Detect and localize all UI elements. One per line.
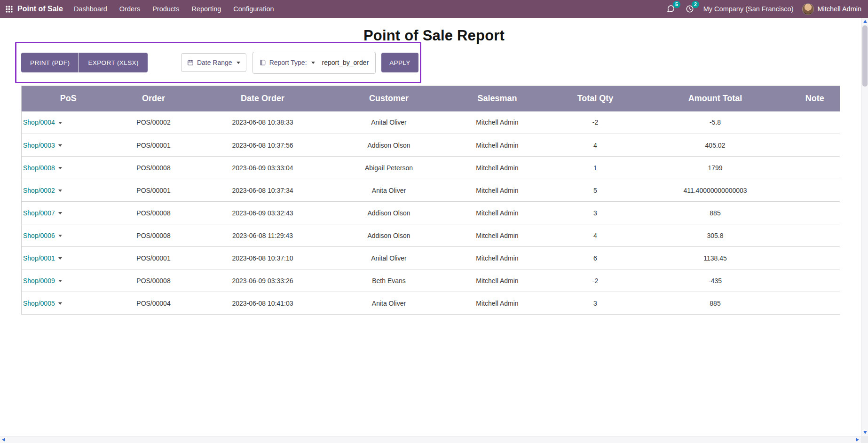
- order-cell: POS/00008: [115, 224, 192, 247]
- amount-total-cell: -435: [641, 269, 790, 292]
- pos-dropdown-caret-icon[interactable]: [58, 144, 62, 147]
- pos-dropdown-caret-icon[interactable]: [58, 167, 62, 169]
- order-cell: POS/00008: [115, 202, 192, 224]
- scroll-down-button[interactable]: [861, 429, 868, 436]
- pos-dropdown-caret-icon[interactable]: [58, 212, 62, 214]
- amount-total-cell: 1799: [641, 157, 790, 179]
- pos-shop-link[interactable]: Shop/0001: [23, 254, 55, 262]
- scrollbar-corner: [861, 436, 868, 443]
- pos-shop-link[interactable]: Shop/0004: [23, 119, 55, 126]
- amount-total-cell: 405.02: [641, 134, 790, 157]
- order-cell: POS/00004: [115, 292, 192, 315]
- apply-button[interactable]: APPLY: [381, 53, 418, 72]
- note-cell: [790, 134, 840, 157]
- salesman-cell: Mitchell Admin: [445, 179, 550, 202]
- export-xlsx-button[interactable]: EXPORT (XLSX): [79, 53, 148, 72]
- pos-dropdown-caret-icon[interactable]: [58, 302, 62, 305]
- report-type-dropdown[interactable]: Report Type: report_by_order: [253, 52, 376, 74]
- messages-button[interactable]: 5: [665, 4, 676, 14]
- nav-item-dashboard[interactable]: Dashboard: [68, 0, 113, 18]
- amount-total-cell: 1138.45: [641, 247, 790, 269]
- pos-dropdown-caret-icon[interactable]: [58, 122, 62, 124]
- pos-dropdown-caret-icon[interactable]: [58, 280, 62, 282]
- app-brand[interactable]: Point of Sale: [16, 5, 68, 13]
- activities-badge: 2: [692, 1, 699, 8]
- table-row: Shop/0005 POS/00004 2023-06-08 10:41:03 …: [22, 292, 840, 315]
- nav-item-orders[interactable]: Orders: [113, 0, 146, 18]
- pos-shop-link[interactable]: Shop/0003: [23, 142, 55, 149]
- nav-item-configuration[interactable]: Configuration: [227, 0, 280, 18]
- amount-total-cell: 885: [641, 202, 790, 224]
- total-qty-cell: 4: [550, 134, 641, 157]
- pos-shop-link[interactable]: Shop/0006: [23, 232, 55, 239]
- note-cell: [790, 224, 840, 247]
- pos-dropdown-caret-icon[interactable]: [58, 235, 62, 237]
- customer-cell: Anital Oliver: [333, 111, 445, 134]
- scroll-right-arrow-icon: [856, 438, 859, 442]
- salesman-cell: Mitchell Admin: [445, 157, 550, 179]
- table-row: Shop/0004 POS/00002 2023-06-08 10:38:33 …: [22, 111, 840, 134]
- scroll-left-arrow-icon: [2, 438, 5, 442]
- report-type-value: report_by_order: [322, 59, 369, 66]
- date-range-label: Date Range: [197, 59, 232, 66]
- table-row: Shop/0001 POS/00001 2023-06-08 10:37:10 …: [22, 247, 840, 269]
- col-header-order: Order: [115, 86, 192, 111]
- pos-shop-link[interactable]: Shop/0009: [23, 277, 55, 285]
- nav-item-reporting[interactable]: Reporting: [185, 0, 227, 18]
- pos-shop-link[interactable]: Shop/0007: [23, 209, 55, 217]
- report-table: PoS Order Date Order Customer Salesman T…: [21, 86, 840, 315]
- horizontal-scrollbar[interactable]: [0, 436, 861, 443]
- user-menu[interactable]: Mitchell Admin: [802, 3, 861, 15]
- user-avatar: [802, 3, 814, 15]
- customer-cell: Addison Olson: [333, 224, 445, 247]
- order-cell: POS/00008: [115, 269, 192, 292]
- calendar-icon: [187, 59, 194, 66]
- date-order-cell: 2023-06-08 10:37:34: [192, 179, 333, 202]
- salesman-cell: Mitchell Admin: [445, 111, 550, 134]
- table-row: Shop/0008 POS/00008 2023-06-09 03:33:04 …: [22, 157, 840, 179]
- scroll-up-arrow-icon: [863, 20, 867, 23]
- col-header-pos: PoS: [22, 86, 115, 111]
- apps-menu-button[interactable]: [5, 6, 16, 13]
- col-header-total-qty: Total Qty: [550, 86, 641, 111]
- pos-shop-link[interactable]: Shop/0008: [23, 164, 55, 172]
- customer-cell: Abigail Peterson: [333, 157, 445, 179]
- export-button-group: PRINT (PDF) EXPORT (XLSX): [21, 53, 148, 72]
- report-table-body: Shop/0004 POS/00002 2023-06-08 10:38:33 …: [22, 111, 840, 315]
- date-order-cell: 2023-06-08 10:37:56: [192, 134, 333, 157]
- scroll-right-button[interactable]: [854, 436, 861, 443]
- date-range-dropdown[interactable]: Date Range: [181, 53, 246, 72]
- pos-shop-link[interactable]: Shop/0005: [23, 300, 55, 307]
- vertical-scrollbar[interactable]: [861, 18, 868, 436]
- customer-cell: Anital Oliver: [333, 247, 445, 269]
- order-cell: POS/00001: [115, 134, 192, 157]
- date-order-cell: 2023-06-09 03:33:26: [192, 269, 333, 292]
- print-pdf-button[interactable]: PRINT (PDF): [21, 53, 79, 72]
- total-qty-cell: -2: [550, 269, 641, 292]
- pos-cell: Shop/0003: [22, 134, 115, 157]
- pos-cell: Shop/0008: [22, 157, 115, 179]
- pos-dropdown-caret-icon[interactable]: [58, 257, 62, 260]
- user-name: Mitchell Admin: [818, 5, 861, 13]
- activities-button[interactable]: 2: [685, 4, 695, 14]
- customer-cell: Addison Olson: [333, 202, 445, 224]
- scroll-left-button[interactable]: [0, 436, 7, 443]
- note-cell: [790, 269, 840, 292]
- note-cell: [790, 157, 840, 179]
- col-header-date-order: Date Order: [192, 86, 333, 111]
- customer-cell: Anita Oliver: [333, 179, 445, 202]
- vertical-scroll-thumb[interactable]: [862, 25, 868, 87]
- pos-shop-link[interactable]: Shop/0002: [23, 187, 55, 194]
- scroll-up-button[interactable]: [861, 18, 868, 25]
- amount-total-cell: 305.8: [641, 224, 790, 247]
- amount-total-cell: 411.40000000000003: [641, 179, 790, 202]
- customer-cell: Beth Evans: [333, 269, 445, 292]
- note-cell: [790, 247, 840, 269]
- table-row: Shop/0002 POS/00001 2023-06-08 10:37:34 …: [22, 179, 840, 202]
- pos-dropdown-caret-icon[interactable]: [58, 190, 62, 192]
- salesman-cell: Mitchell Admin: [445, 269, 550, 292]
- pos-cell: Shop/0009: [22, 269, 115, 292]
- nav-item-products[interactable]: Products: [146, 0, 185, 18]
- company-switcher[interactable]: My Company (San Francisco): [703, 5, 794, 13]
- amount-total-cell: -5.8: [641, 111, 790, 134]
